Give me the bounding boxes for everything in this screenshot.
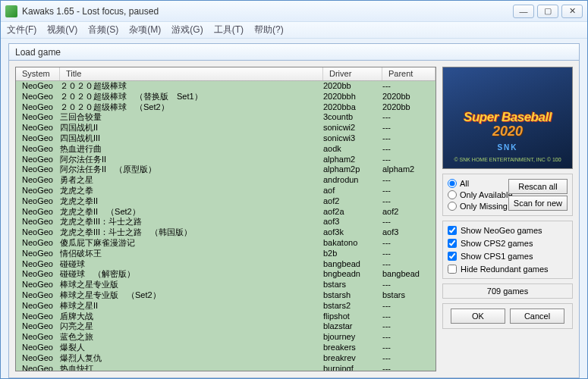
table-row[interactable]: NeoGeo阿尔法任务II （原型版）alpham2palpham2: [16, 164, 435, 175]
game-list[interactable]: System Title Driver Parent NeoGeo２０２０超级棒…: [15, 67, 436, 371]
table-row[interactable]: NeoGeo棒球之星专业版 （Set2）bstarshbstars: [16, 290, 435, 301]
table-row[interactable]: NeoGeo龙虎之拳IIaof2---: [16, 196, 435, 207]
dialog-title: Load game: [9, 44, 579, 61]
maximize-button[interactable]: ▢: [537, 5, 558, 18]
menu-video[interactable]: 视频(V): [47, 23, 77, 36]
table-row[interactable]: NeoGeo热血快打burningf---: [16, 364, 435, 371]
table-row[interactable]: NeoGeo热血进行曲aodk---: [16, 144, 435, 155]
col-title[interactable]: Title: [60, 67, 323, 80]
rescan-button[interactable]: Rescan all: [508, 179, 568, 194]
table-row[interactable]: NeoGeo盾牌大战flipshot---: [16, 312, 435, 322]
menu-tools[interactable]: 工具(T): [214, 23, 244, 36]
table-row[interactable]: NeoGeo碰碰球bangbead---: [16, 259, 435, 270]
show-group: Show NeoGeo games Show CPS2 games Show C…: [442, 221, 573, 279]
check-cps1[interactable]: Show CPS1 games: [448, 252, 568, 261]
preview-image: Super Baseball 2020 SNK © SNK HOME ENTER…: [442, 67, 573, 169]
table-row[interactable]: NeoGeo龙虎之拳II （Set2）aof2aaof2: [16, 207, 435, 218]
table-body: NeoGeo２０２０超级棒球2020bb---NeoGeo２０２０超级棒球 （替…: [16, 81, 435, 371]
table-row[interactable]: NeoGeo爆烈人复仇breakrev---: [16, 353, 435, 364]
table-row[interactable]: NeoGeo龙虎之拳III：斗士之路 （韩国版）aof3kaof3: [16, 227, 435, 238]
button-row: OK Cancel: [442, 303, 573, 329]
table-row[interactable]: NeoGeo傻瓜屁下麻雀漫游记bakatono---: [16, 238, 435, 249]
table-row[interactable]: NeoGeo棒球之星专业版bstars---: [16, 280, 435, 290]
game-count: 709 games: [442, 283, 573, 299]
scan-new-button[interactable]: Scan for new: [508, 196, 568, 211]
window-title: Kawaks 1.65 - Lost focus, paused: [22, 6, 513, 17]
app-icon: [5, 5, 17, 17]
col-parent[interactable]: Parent: [382, 67, 435, 80]
table-row[interactable]: NeoGeo２０２０超级棒球 （Set2）2020bba2020bb: [16, 102, 435, 113]
menu-misc[interactable]: 杂项(M): [129, 23, 161, 36]
table-row[interactable]: NeoGeo碰碰球 （解密版）bngbeadnbangbead: [16, 269, 435, 280]
table-row[interactable]: NeoGeo棒球之星IIbstars2---: [16, 301, 435, 312]
table-row[interactable]: NeoGeo三回合较量3countb---: [16, 112, 435, 123]
filter-group: All Only Available Only Missing Rescan a…: [442, 174, 573, 216]
minimize-button[interactable]: —: [513, 5, 534, 18]
menu-game[interactable]: 游戏(G): [171, 23, 203, 36]
table-row[interactable]: NeoGeo２０２０超级棒球 （替换版 Set1）2020bbh2020bb: [16, 92, 435, 102]
preview-logo: Super Baseball: [448, 110, 568, 125]
col-system[interactable]: System: [16, 67, 60, 80]
menu-file[interactable]: 文件(F): [7, 23, 36, 36]
menubar: 文件(F) 视频(V) 音频(S) 杂项(M) 游戏(G) 工具(T) 帮助(?…: [1, 22, 587, 39]
preview-year: 2020: [443, 124, 572, 139]
table-row[interactable]: NeoGeo情侣破坏王b2b---: [16, 249, 435, 259]
col-driver[interactable]: Driver: [323, 67, 382, 80]
menu-help[interactable]: 帮助(?): [254, 23, 284, 36]
table-row[interactable]: NeoGeo蓝色之旅bjourney---: [16, 332, 435, 343]
table-row[interactable]: NeoGeo四国战机IIsonicwi2---: [16, 123, 435, 133]
ok-button[interactable]: OK: [451, 309, 505, 324]
titlebar[interactable]: Kawaks 1.65 - Lost focus, paused — ▢ ✕: [1, 1, 587, 22]
table-row[interactable]: NeoGeo龙虎之拳aof---: [16, 186, 435, 196]
table-header: System Title Driver Parent: [16, 67, 435, 81]
table-row[interactable]: NeoGeo爆裂人breakers---: [16, 343, 435, 353]
table-row[interactable]: NeoGeo龙虎之拳III：斗士之路aof3---: [16, 217, 435, 227]
check-neogeo[interactable]: Show NeoGeo games: [448, 226, 568, 235]
menu-audio[interactable]: 音频(S): [88, 23, 118, 36]
preview-maker: SNK: [443, 143, 572, 152]
table-row[interactable]: NeoGeo闪亮之星blazstar---: [16, 321, 435, 332]
table-row[interactable]: NeoGeo阿尔法任务IIalpham2---: [16, 155, 435, 165]
main-window: Kawaks 1.65 - Lost focus, paused — ▢ ✕ 文…: [0, 0, 588, 379]
table-row[interactable]: NeoGeo２０２０超级棒球2020bb---: [16, 81, 435, 92]
table-row[interactable]: NeoGeo四国战机IIIsonicwi3---: [16, 133, 435, 144]
check-hide-redundant[interactable]: Hide Redundant games: [448, 265, 568, 274]
preview-copyright: © SNK HOME ENTERTAINMENT, INC © 100: [443, 157, 572, 162]
close-button[interactable]: ✕: [561, 5, 583, 18]
cancel-button[interactable]: Cancel: [510, 309, 564, 324]
table-row[interactable]: NeoGeo勇者之星androdun---: [16, 175, 435, 186]
check-cps2[interactable]: Show CPS2 games: [448, 239, 568, 248]
side-panel: Super Baseball 2020 SNK © SNK HOME ENTER…: [442, 67, 573, 371]
load-game-dialog: Load game System Title Driver Parent Neo…: [8, 43, 580, 378]
